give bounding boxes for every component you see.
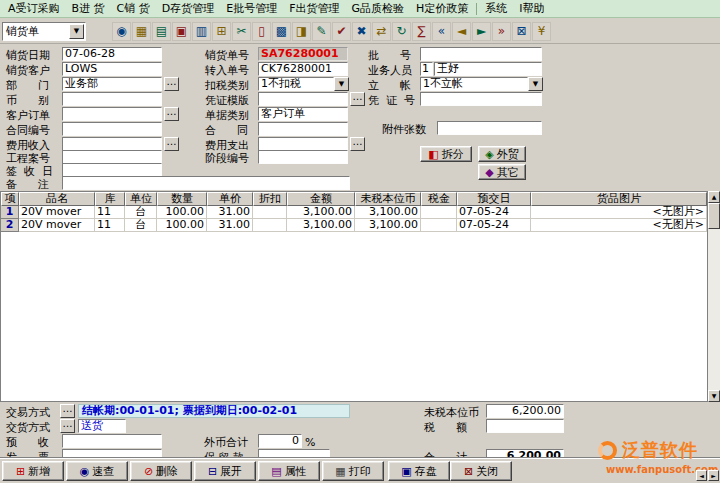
cell-quantity[interactable]: 100.00 xyxy=(157,219,207,232)
cell-product-name[interactable]: 20V mover xyxy=(19,219,95,232)
cell-product-image[interactable]: <无图片> xyxy=(531,206,707,219)
copy-icon[interactable]: ▤ xyxy=(152,22,171,41)
customer-order-picker-button[interactable]: … xyxy=(164,107,179,121)
find-icon[interactable]: ◉ xyxy=(112,22,131,41)
sign-date-field[interactable] xyxy=(62,163,162,177)
scroll-left-icon[interactable]: ◄ xyxy=(696,470,707,481)
cell-product-name[interactable]: 20V mover xyxy=(19,206,95,219)
cell-unit[interactable]: 台 xyxy=(125,219,157,232)
cell-item-no[interactable]: 2 xyxy=(1,219,19,232)
edit-icon[interactable]: ✎ xyxy=(312,22,331,41)
form-icon[interactable]: ▥ xyxy=(192,22,211,41)
cell-tax[interactable] xyxy=(421,219,457,232)
doc-category-field[interactable]: 客户订单 xyxy=(258,107,348,121)
swap-icon[interactable]: ⇄ xyxy=(372,22,391,41)
properties-button[interactable]: ▤ 属性 xyxy=(258,461,320,481)
menu-item-shipping[interactable]: F出货管理 xyxy=(283,0,345,17)
fee-income-field[interactable] xyxy=(62,137,162,151)
attachments-field[interactable] xyxy=(437,121,542,135)
other-button[interactable]: ◆ 其它 xyxy=(478,164,526,180)
account-type-chevron-down-icon[interactable]: ▼ xyxy=(528,77,543,91)
scroll-right-icon[interactable]: ► xyxy=(708,470,719,481)
cell-unit-price[interactable]: 31.00 xyxy=(207,206,253,219)
ok-icon[interactable]: ✔ xyxy=(332,22,351,41)
batch-no-field[interactable] xyxy=(420,47,542,61)
cell-item-no[interactable]: 1 xyxy=(1,206,19,219)
doc-icon[interactable]: ▯ xyxy=(252,22,271,41)
voucher-no-field[interactable] xyxy=(420,92,542,106)
cut-icon[interactable]: ✂ xyxy=(232,22,251,41)
cell-unit-price[interactable]: 31.00 xyxy=(207,219,253,232)
first-record-icon[interactable]: « xyxy=(432,22,451,41)
table-row[interactable]: 1 20V mover 11 台 100.00 31.00 3,100.00 3… xyxy=(1,206,707,219)
last-record-icon[interactable]: » xyxy=(492,22,511,41)
cell-unit[interactable]: 台 xyxy=(125,206,157,219)
delivery-method-field[interactable]: 送货 xyxy=(78,419,126,433)
cell-amount[interactable]: 3,100.00 xyxy=(287,219,355,232)
cell-due-date[interactable]: 07-05-24 xyxy=(457,206,531,219)
salesman-code-field[interactable]: 1 xyxy=(420,62,433,76)
menu-item-order-purchase[interactable]: A受订采购 xyxy=(2,0,66,17)
menu-item-pricing[interactable]: H定价政策 xyxy=(410,0,474,17)
menu-item-inventory[interactable]: D存货管理 xyxy=(156,0,220,17)
menu-item-system[interactable]: 系统 xyxy=(479,0,513,17)
advance-receipt-field[interactable] xyxy=(62,434,162,448)
scrollbar-thumb[interactable] xyxy=(708,203,720,229)
transfer-no-field[interactable]: CK76280001 xyxy=(258,62,348,76)
account-type-field[interactable]: 1不立帐 xyxy=(420,77,528,91)
sum-icon[interactable]: ∑ xyxy=(412,22,431,41)
currency-field[interactable] xyxy=(62,92,162,106)
department-field[interactable]: 业务部 xyxy=(62,77,162,91)
cell-amount[interactable]: 3,100.00 xyxy=(287,206,355,219)
save-button[interactable]: ▣ 存盘 xyxy=(388,461,450,481)
customer-order-field[interactable] xyxy=(62,107,162,121)
currency-icon[interactable]: ¥ xyxy=(532,22,551,41)
foreign-total-field[interactable]: 0 xyxy=(258,434,302,448)
menu-item-quality[interactable]: G品质检验 xyxy=(346,0,411,17)
print-button[interactable]: ▦ 打印 xyxy=(322,461,384,481)
stage-no-field[interactable] xyxy=(258,150,348,164)
fee-expense-picker-button[interactable]: … xyxy=(350,137,365,151)
cell-product-image[interactable]: <无图片> xyxy=(531,219,707,232)
delivery-method-picker-button[interactable]: … xyxy=(60,419,75,433)
tax-type-field[interactable]: 1不扣税 xyxy=(258,77,334,91)
quick-search-button[interactable]: ◉ 速查 xyxy=(66,461,128,481)
menu-item-sales[interactable]: C销 货 xyxy=(111,0,156,17)
cell-warehouse[interactable]: 11 xyxy=(95,219,125,232)
close-button[interactable]: ⊠ 关闭 xyxy=(450,461,512,481)
new-button[interactable]: ⊞ 新增 xyxy=(2,461,64,481)
cell-warehouse[interactable]: 11 xyxy=(95,206,125,219)
payment-method-picker-button[interactable]: … xyxy=(60,404,75,418)
remark-field[interactable] xyxy=(62,176,350,190)
project-no-field[interactable] xyxy=(62,150,162,164)
menu-item-help[interactable]: I帮助 xyxy=(513,0,550,17)
delete-button[interactable]: ⊘ 删除 xyxy=(130,461,192,481)
voucher-template-picker-button[interactable]: … xyxy=(350,92,365,106)
voucher-template-field[interactable] xyxy=(258,92,348,106)
chevron-down-icon[interactable]: ▼ xyxy=(69,24,84,39)
cell-due-date[interactable]: 07-05-24 xyxy=(457,219,531,232)
cell-discount[interactable] xyxy=(253,206,287,219)
cell-quantity[interactable]: 100.00 xyxy=(157,206,207,219)
refresh-icon[interactable]: ↻ xyxy=(392,22,411,41)
fee-income-picker-button[interactable]: … xyxy=(164,137,179,151)
split-button[interactable]: ◧ 拆分 xyxy=(420,146,472,162)
cancel-icon[interactable]: ✖ xyxy=(352,22,371,41)
preview-icon[interactable]: ◨ xyxy=(292,22,311,41)
salesman-name-field[interactable]: 王妤 xyxy=(434,62,542,76)
fee-expense-field[interactable] xyxy=(258,137,348,151)
cell-tax[interactable] xyxy=(421,206,457,219)
next-record-icon[interactable]: ► xyxy=(472,22,491,41)
close-doc-icon[interactable]: ⊠ xyxy=(512,22,531,41)
print-icon[interactable]: ▩ xyxy=(272,22,291,41)
contract-no-field[interactable] xyxy=(62,122,162,136)
scroll-up-icon[interactable]: ▲ xyxy=(708,191,720,203)
scroll-down-icon[interactable]: ▼ xyxy=(708,390,720,402)
contract-field[interactable] xyxy=(258,122,348,136)
sheet-icon[interactable]: ⊞ xyxy=(212,22,231,41)
cell-untaxed-amount[interactable]: 3,100.00 xyxy=(355,219,421,232)
prev-record-icon[interactable]: ◄ xyxy=(452,22,471,41)
sales-date-field[interactable]: 07-06-28 xyxy=(62,47,162,61)
image-icon[interactable]: ▣ xyxy=(172,22,191,41)
menu-item-purchase[interactable]: B进 货 xyxy=(66,0,111,17)
